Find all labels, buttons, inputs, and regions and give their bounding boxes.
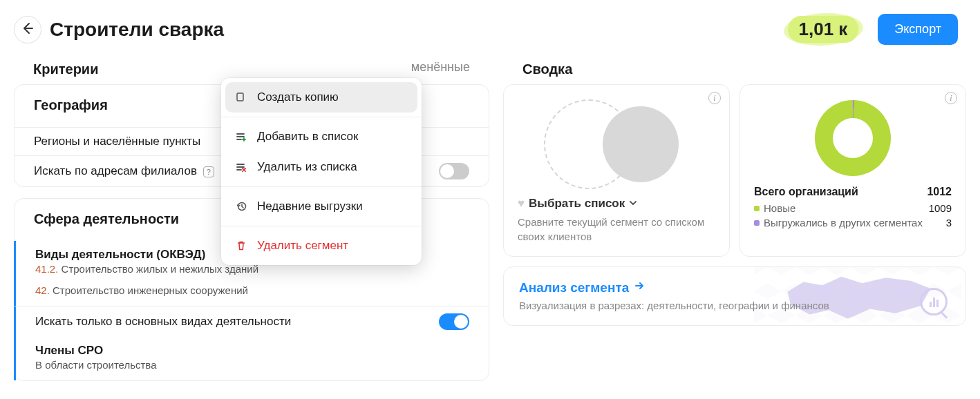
- donut-chart: [815, 100, 891, 176]
- criteria-heading: Критерии: [14, 50, 117, 84]
- trash-icon: [235, 240, 247, 252]
- analysis-card[interactable]: Анализ сегмента Визуализация в разрезах:…: [503, 266, 966, 326]
- tab-changed-partial[interactable]: менённые: [411, 60, 489, 75]
- history-icon: [235, 200, 247, 213]
- compare-hint: Сравните текущий сегмент со списком свои…: [518, 215, 715, 244]
- okved-code: 41.2.: [35, 263, 58, 275]
- menu-add-list-label: Добавить в список: [257, 130, 358, 144]
- sro-sub: В области строительства: [16, 359, 489, 380]
- summary-heading: Сводка: [503, 50, 966, 84]
- menu-delete-label: Удалить сегмент: [257, 239, 348, 253]
- select-list-label: Выбрать список: [529, 197, 625, 211]
- legend-exported-value: 3: [946, 217, 952, 228]
- menu-recent-label: Недавние выгрузки: [257, 200, 363, 213]
- select-list-button[interactable]: ♥ Выбрать список: [518, 197, 715, 211]
- total-value: 1012: [927, 186, 952, 198]
- okved-item: 41.2. Строительство жилых и нежилых здан…: [16, 263, 489, 284]
- svg-rect-0: [237, 93, 243, 101]
- menu-copy-label: Создать копию: [257, 90, 339, 104]
- venn-diagram: [540, 96, 692, 193]
- export-button[interactable]: Экспорт: [878, 14, 958, 45]
- analysis-sub: Визуализация в разрезах: деятельности, г…: [519, 298, 950, 313]
- help-icon[interactable]: ?: [203, 166, 214, 177]
- branches-toggle[interactable]: [439, 163, 469, 179]
- main-activity-row[interactable]: Искать только в основных видах деятельно…: [14, 306, 489, 337]
- legend-new-label: Новые: [764, 202, 795, 214]
- arrow-right-icon: [633, 280, 646, 295]
- copy-icon: [235, 91, 247, 104]
- main-activity-toggle[interactable]: [439, 313, 469, 330]
- main-activity-label: Искать только в основных видах деятельно…: [35, 315, 291, 329]
- totals-card: i Всего организаций 1012 Новые 1009 Выгр…: [739, 84, 966, 257]
- analysis-decor: [754, 267, 961, 325]
- compare-card: i ♥ Выбрать список Сравните текущий сегм…: [503, 84, 730, 257]
- okved-code: 42.: [35, 284, 50, 296]
- menu-remove-list-label: Удалить из списка: [257, 160, 357, 174]
- okved-label: Виды деятельности (ОКВЭД): [35, 248, 205, 262]
- info-icon[interactable]: i: [945, 92, 957, 104]
- count-badge: 1,01 к: [788, 16, 859, 43]
- page-title: Строители сварка: [50, 19, 224, 41]
- list-remove-icon: [235, 161, 247, 173]
- menu-copy[interactable]: Создать копию: [225, 82, 417, 113]
- okved-item: 42. Строительство инженерных сооружений: [16, 284, 489, 306]
- branches-label: Искать по адресам филиалов: [34, 164, 197, 177]
- list-add-icon: [235, 130, 247, 143]
- regions-label: Регионы и населённые пункты: [34, 135, 200, 148]
- legend-new-value: 1009: [929, 202, 952, 214]
- menu-delete-segment[interactable]: Удалить сегмент: [221, 231, 422, 261]
- sro-label: Члены СРО: [35, 344, 103, 358]
- back-button[interactable]: [14, 16, 41, 43]
- okved-text: Строительство инженерных сооружений: [53, 284, 248, 296]
- info-icon[interactable]: i: [708, 92, 721, 104]
- total-label: Всего организаций: [754, 186, 858, 198]
- segment-actions-menu: Создать копию Добавить в список Удалить …: [221, 78, 422, 265]
- heart-icon: ♥: [518, 197, 525, 211]
- analysis-title-text: Анализ сегмента: [519, 280, 629, 295]
- chevron-down-icon: [629, 197, 637, 211]
- menu-recent-exports[interactable]: Недавние выгрузки: [221, 191, 422, 222]
- arrow-left-icon: [21, 21, 35, 37]
- legend-exported-label: Выгружались в других сегментах: [764, 217, 923, 228]
- menu-remove-list[interactable]: Удалить из списка: [221, 152, 422, 182]
- menu-add-list[interactable]: Добавить в список: [221, 121, 422, 152]
- sro-row[interactable]: Члены СРО: [16, 337, 489, 359]
